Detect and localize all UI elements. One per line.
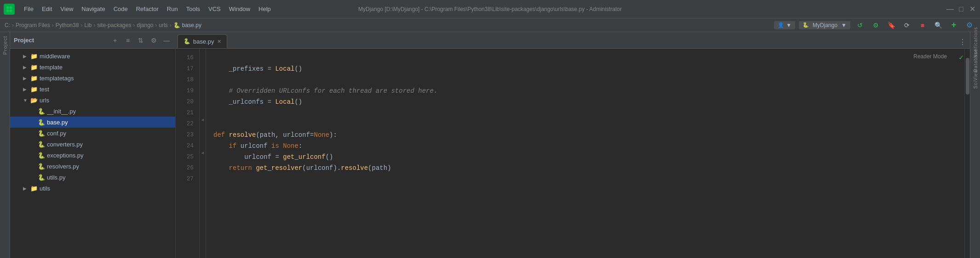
py-file-icon: 🐍 (38, 152, 45, 159)
bookmark-button[interactable]: 🔖 (885, 20, 897, 30)
fold-marker-24 (200, 137, 206, 148)
menu-navigate[interactable]: Navigate (78, 4, 109, 14)
run-config-button[interactable]: ⚙ (870, 20, 882, 30)
window-controls: — □ ✕ (946, 5, 976, 13)
tree-item-test[interactable]: ▶ 📁 test (10, 84, 175, 95)
tree-item-label: utils.py (47, 174, 65, 181)
tree-item-resolvers[interactable]: 🐍 resolvers.py (10, 161, 175, 172)
database-panel[interactable]: Database (970, 52, 980, 69)
line-num-20: 20 (176, 96, 194, 107)
folder-icon: 📁 (30, 53, 38, 60)
menu-refactor[interactable]: Refactor (132, 4, 162, 14)
fold-marker-21 (200, 104, 206, 115)
collapse-all-icon[interactable]: ≡ (123, 35, 133, 45)
reader-mode-button[interactable]: Reader Mode (909, 52, 951, 61)
line-num-23: 23 (176, 129, 194, 140)
tree-item-urls[interactable]: ▼ 📂 urls (10, 95, 175, 106)
tab-label: base.py (193, 38, 214, 45)
breadcrumb-sep-2: › (52, 22, 54, 28)
tab-close-button[interactable]: ✕ (217, 39, 221, 45)
folder-icon: 📁 (30, 75, 38, 82)
sidebar-label[interactable]: Project (0, 32, 10, 258)
tree-item-utils-py[interactable]: 🐍 utils.py (10, 172, 175, 183)
py-file-icon: 🐍 (38, 119, 45, 126)
breadcrumb-program-files[interactable]: Program Files (16, 22, 50, 28)
arrow-icon: ▶ (23, 54, 29, 59)
menu-tools[interactable]: Tools (183, 4, 204, 14)
menu-view[interactable]: View (57, 4, 77, 14)
py-file-icon: 🐍 (38, 141, 45, 148)
tree-item-middleware[interactable]: ▶ 📁 middleware (10, 50, 175, 62)
fold-marker-25[interactable]: ◀ (200, 148, 206, 159)
close-button[interactable]: ✕ (968, 5, 976, 13)
tree-item-label: urls (40, 97, 49, 104)
breadcrumb-file[interactable]: 🐍 base.py (173, 22, 201, 28)
add-button[interactable]: + (948, 20, 960, 30)
breadcrumb-django[interactable]: django (137, 22, 153, 28)
tree-item-label: template (40, 64, 63, 71)
breadcrumb-lib[interactable]: Lib (84, 22, 92, 28)
line-num-26: 26 (176, 163, 194, 174)
search-button[interactable]: 🔍 (932, 20, 944, 30)
svg-rect-0 (6, 6, 9, 9)
arrow-icon: ▶ (23, 87, 29, 92)
tree-item-base-py[interactable]: 🐍 base.py (10, 117, 175, 128)
tree-item-exceptions[interactable]: 🐍 exceptions.py (10, 150, 175, 161)
menu-edit[interactable]: Edit (38, 4, 56, 14)
breadcrumb-python38[interactable]: Python38 (56, 22, 79, 28)
svg-rect-2 (6, 10, 9, 12)
tab-more-button[interactable]: ⋮ (957, 36, 968, 48)
tab-file-icon: 🐍 (183, 38, 190, 45)
fold-marker-16 (200, 49, 206, 60)
fold-marker-23 (200, 126, 206, 137)
sciview-panel[interactable]: SciView (970, 71, 980, 87)
editor-scrollbar[interactable] (964, 49, 970, 258)
sidebar-label-text: Project (2, 36, 8, 55)
settings-panel-icon[interactable]: ⚙ (149, 35, 159, 45)
menu-help[interactable]: Help (255, 4, 275, 14)
project-dropdown[interactable]: 🐍 MyDjango ▼ (799, 21, 850, 29)
code-content[interactable]: _prefixes = Local() # Overridden URLconf… (206, 49, 964, 258)
breadcrumb-sep-4: › (93, 22, 95, 28)
py-file-icon: 🐍 (38, 130, 45, 137)
sort-icon[interactable]: ⇅ (136, 35, 146, 45)
minimize-panel-icon[interactable]: — (161, 35, 172, 45)
sync-button[interactable]: ↺ (854, 20, 866, 30)
line-num-21: 21 (176, 107, 194, 118)
panel-title: Project (14, 37, 107, 44)
fold-marker-22[interactable]: ◀ (200, 115, 206, 126)
notifications-panel[interactable]: Notifications (970, 34, 980, 50)
menu-window[interactable]: Window (225, 4, 254, 14)
tree-item-converters[interactable]: 🐍 converters.py (10, 139, 175, 150)
tree-item-templatetags[interactable]: ▶ 📁 templatetags (10, 73, 175, 84)
fold-marker-26 (200, 159, 206, 170)
fold-marker-18 (200, 71, 206, 82)
branch-button[interactable]: ⟳ (901, 20, 913, 30)
code-editor[interactable]: 16 17 18 19 20 21 22 23 24 25 26 27 (176, 49, 970, 258)
tree-item-init[interactable]: 🐍 __init__.py (10, 106, 175, 117)
breadcrumb-c[interactable]: C: (5, 22, 10, 28)
minimize-button[interactable]: — (946, 5, 954, 13)
window-title: MyDjango [D:\MyDjango] - C:\Program File… (358, 6, 622, 12)
stop-button[interactable]: ■ (917, 20, 928, 30)
app-logo (4, 4, 15, 15)
menu-vcs[interactable]: VCS (205, 4, 224, 14)
tree-item-label: exceptions.py (47, 152, 84, 159)
menu-file[interactable]: File (20, 4, 37, 14)
menu-code[interactable]: Code (110, 4, 132, 14)
tree-item-utils[interactable]: ▶ 📁 utils (10, 183, 175, 194)
py-file-icon: 🐍 (38, 163, 45, 170)
add-folder-icon[interactable]: + (110, 35, 120, 45)
breadcrumb-urls[interactable]: urls (159, 22, 168, 28)
folder-icon: 📁 (30, 86, 38, 93)
maximize-button[interactable]: □ (957, 5, 965, 13)
line-num-25: 25 (176, 151, 194, 163)
profile-dropdown[interactable]: 👤 ▼ (774, 21, 795, 29)
tab-base-py[interactable]: 🐍 base.py ✕ (178, 34, 227, 48)
menu-run[interactable]: Run (163, 4, 182, 14)
tree-item-conf[interactable]: 🐍 conf.py (10, 128, 175, 139)
breadcrumb-site-packages[interactable]: site-packages (97, 22, 131, 28)
scrollbar-thumb[interactable] (966, 58, 969, 95)
main-layout: Project Project + ≡ ⇅ ⚙ — ▶ 📁 middleware… (0, 32, 980, 258)
tree-item-template[interactable]: ▶ 📁 template (10, 62, 175, 73)
